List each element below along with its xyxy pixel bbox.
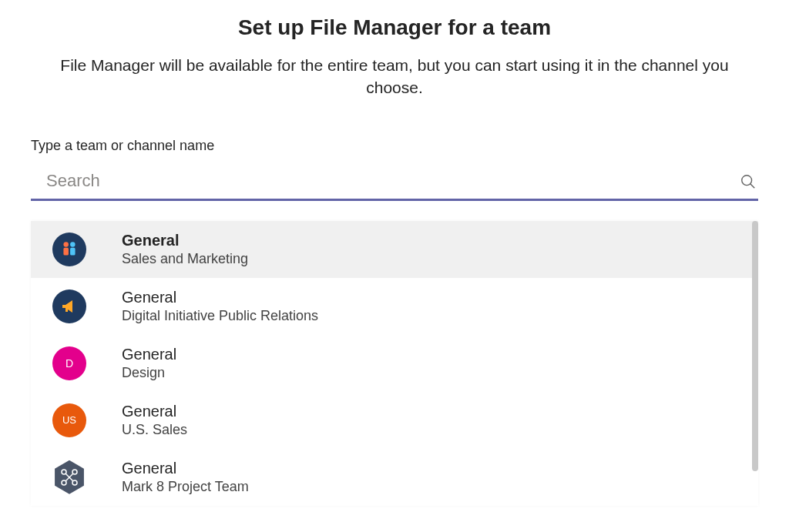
channel-name: General xyxy=(122,460,249,477)
team-name: Sales and Marketing xyxy=(122,251,248,267)
svg-rect-3 xyxy=(63,248,69,256)
svg-point-0 xyxy=(742,176,752,186)
drone-icon xyxy=(60,468,79,487)
channel-name: General xyxy=(122,289,318,306)
channel-name: General xyxy=(122,403,187,420)
avatar-initial: US xyxy=(62,414,76,426)
team-name: U.S. Sales xyxy=(122,422,187,438)
search-label: Type a team or channel name xyxy=(31,138,758,154)
result-item-digital-initiative[interactable]: General Digital Initiative Public Relati… xyxy=(31,278,758,335)
team-avatar: D xyxy=(52,346,86,380)
team-avatar xyxy=(52,460,86,494)
page-subtitle: File Manager will be available for the e… xyxy=(31,54,758,99)
team-avatar xyxy=(52,289,86,323)
search-field-wrapper xyxy=(31,165,758,201)
svg-point-2 xyxy=(63,242,69,247)
team-name: Mark 8 Project Team xyxy=(122,479,249,495)
result-item-sales-marketing[interactable]: General Sales and Marketing xyxy=(31,221,758,278)
scrollbar-thumb[interactable] xyxy=(752,221,758,472)
team-avatar: US xyxy=(52,403,86,437)
team-name: Design xyxy=(122,365,176,381)
page-title: Set up File Manager for a team xyxy=(31,15,758,40)
results-list: General Sales and Marketing General Digi… xyxy=(31,221,758,506)
channel-name: General xyxy=(122,346,176,363)
avatar-initial: D xyxy=(65,357,73,370)
result-text: General Digital Initiative Public Relati… xyxy=(122,289,318,324)
result-text: General Design xyxy=(122,346,176,381)
search-input[interactable] xyxy=(46,171,732,191)
svg-point-4 xyxy=(70,242,76,247)
team-name: Digital Initiative Public Relations xyxy=(122,308,318,324)
scrollbar-track[interactable] xyxy=(752,221,758,506)
megaphone-icon xyxy=(60,297,79,316)
result-text: General Mark 8 Project Team xyxy=(122,460,249,495)
result-item-design[interactable]: D General Design xyxy=(31,335,758,392)
team-avatar xyxy=(52,233,86,266)
svg-rect-5 xyxy=(70,248,76,256)
search-icon xyxy=(740,173,757,190)
result-item-us-sales[interactable]: US General U.S. Sales xyxy=(31,392,758,449)
result-text: General U.S. Sales xyxy=(122,403,187,438)
svg-line-1 xyxy=(750,184,755,189)
svg-rect-6 xyxy=(65,308,68,312)
result-item-mark8[interactable]: General Mark 8 Project Team xyxy=(31,449,758,506)
people-icon xyxy=(59,239,79,259)
channel-name: General xyxy=(122,232,248,249)
result-text: General Sales and Marketing xyxy=(122,232,248,267)
